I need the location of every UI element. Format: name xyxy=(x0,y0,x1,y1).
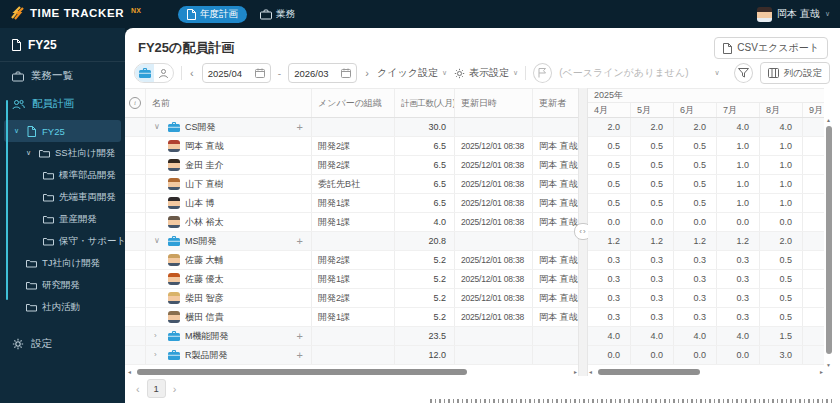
month-cell[interactable]: 2.0 xyxy=(588,118,631,136)
month-cell[interactable]: 0.3 xyxy=(631,308,674,326)
tree-item[interactable]: 保守・サポート xyxy=(0,230,125,252)
month-cell[interactable]: 0.3 xyxy=(674,289,717,307)
scroll-up-icon[interactable]: ▲ xyxy=(826,117,831,123)
month-cell[interactable]: 1.5 xyxy=(760,327,803,345)
scroll-left-icon[interactable]: ◄ xyxy=(588,369,593,375)
vertical-scrollbar[interactable]: ▲ ▼ xyxy=(825,117,833,368)
month-cell[interactable]: 4.0 xyxy=(717,118,760,136)
group-row[interactable]: ∨MS開発+20.8 xyxy=(125,232,578,251)
column-header-updated[interactable]: 更新日時 xyxy=(455,89,533,117)
tree-item[interactable]: 標準部品開発 xyxy=(0,164,125,186)
month-cell[interactable]: 1.0 xyxy=(760,175,803,193)
month-cell[interactable] xyxy=(803,156,824,174)
month-cell[interactable] xyxy=(803,289,824,307)
month-cell[interactable]: 1.0 xyxy=(760,137,803,155)
scroll-left-icon[interactable]: ◄ xyxy=(127,369,132,375)
month-cell[interactable]: 4.0 xyxy=(674,327,717,345)
member-row[interactable]: 山本 博開発1課6.52025/12/01 08:38岡本 直哉 xyxy=(125,194,578,213)
month-cell[interactable]: 4.0 xyxy=(760,118,803,136)
month-cell[interactable]: 0.5 xyxy=(760,289,803,307)
month-cell[interactable]: 0.5 xyxy=(631,156,674,174)
add-member-button[interactable]: + xyxy=(297,118,311,136)
tree-item-active[interactable]: ∨FY25 xyxy=(4,120,121,142)
horizontal-scroll-thumb[interactable] xyxy=(598,369,700,375)
view-mode-toggle[interactable] xyxy=(134,63,174,83)
months-horizontal-scrollbar[interactable]: ◄ ► xyxy=(588,368,824,376)
tree-item[interactable]: TJ社向け開発 xyxy=(0,252,125,274)
month-cell[interactable] xyxy=(803,346,824,364)
month-cell[interactable]: 0.0 xyxy=(717,213,760,231)
member-view-button[interactable] xyxy=(154,64,173,82)
month-cell[interactable] xyxy=(803,194,824,212)
member-row[interactable]: 小林 裕太開発1課4.02025/12/01 08:38岡本 直哉 xyxy=(125,213,578,232)
month-cell[interactable] xyxy=(803,137,824,155)
page-next-button[interactable]: › xyxy=(173,383,177,395)
month-cell[interactable]: 0.3 xyxy=(717,308,760,326)
month-cell[interactable]: 0.3 xyxy=(588,270,631,288)
add-member-button[interactable]: + xyxy=(297,232,311,250)
month-cell[interactable] xyxy=(803,327,824,345)
month-cell[interactable]: 0.5 xyxy=(588,137,631,155)
month-cell[interactable]: 1.0 xyxy=(717,194,760,212)
month-cell[interactable] xyxy=(803,175,824,193)
month-cell[interactable]: 1.0 xyxy=(760,194,803,212)
month-cell[interactable]: 0.3 xyxy=(717,289,760,307)
month-cell[interactable]: 0.0 xyxy=(760,213,803,231)
filter-button[interactable] xyxy=(734,63,753,83)
month-cell[interactable]: 0.5 xyxy=(674,175,717,193)
page-prev-button[interactable]: ‹ xyxy=(136,383,140,395)
month-cell[interactable]: 0.3 xyxy=(631,251,674,269)
group-row[interactable]: ›M機能開発+23.5 xyxy=(125,327,578,346)
month-cell[interactable]: 0.3 xyxy=(717,251,760,269)
scroll-down-icon[interactable]: ▼ xyxy=(826,362,831,368)
month-cell[interactable]: 4.0 xyxy=(717,327,760,345)
baseline-flag-icon[interactable] xyxy=(533,63,552,83)
display-settings-dropdown[interactable]: 表示設定 ∨ xyxy=(454,66,518,80)
sidebar-item-assignment-plan[interactable]: 配員計画 xyxy=(0,90,125,118)
date-to-input[interactable]: 2026/03 xyxy=(288,63,357,83)
member-row[interactable]: 佐藤 優太開発1課5.22025/12/01 08:38岡本 直哉 xyxy=(125,270,578,289)
chevron-down-icon[interactable]: ∨ xyxy=(14,127,22,135)
month-cell[interactable]: 0.5 xyxy=(674,194,717,212)
panel-splitter[interactable]: ‹› xyxy=(578,88,588,376)
month-cell[interactable] xyxy=(803,232,824,250)
month-cell[interactable]: 4.0 xyxy=(631,327,674,345)
tree-item[interactable]: 社内活動 xyxy=(0,296,125,318)
horizontal-scroll-thumb[interactable] xyxy=(137,369,467,375)
month-cell[interactable]: 0.3 xyxy=(588,308,631,326)
sidebar-item-settings[interactable]: 設定 xyxy=(0,330,125,358)
month-cell[interactable]: 0.5 xyxy=(631,194,674,212)
month-cell[interactable]: 0.5 xyxy=(588,156,631,174)
month-cell[interactable]: 1.0 xyxy=(717,175,760,193)
month-cell[interactable]: 0.3 xyxy=(674,251,717,269)
month-cell[interactable]: 2.0 xyxy=(674,118,717,136)
nav-annual-plan-button[interactable]: 年度計画 xyxy=(178,6,247,23)
member-row[interactable]: 佐藤 大輔開発2課5.22025/12/01 08:38岡本 直哉 xyxy=(125,251,578,270)
month-cell[interactable]: 0.0 xyxy=(588,346,631,364)
add-member-button[interactable]: + xyxy=(297,346,311,364)
member-row[interactable]: 岡本 直哉開発2課6.52025/12/01 08:38岡本 直哉 xyxy=(125,137,578,156)
month-cell[interactable]: 0.5 xyxy=(760,251,803,269)
month-cell[interactable]: 0.0 xyxy=(674,213,717,231)
month-cell[interactable]: 0.0 xyxy=(674,346,717,364)
month-cell[interactable]: 0.5 xyxy=(674,137,717,155)
info-icon[interactable]: i xyxy=(125,89,146,117)
month-cell[interactable]: 0.3 xyxy=(674,308,717,326)
month-cell[interactable]: 3.0 xyxy=(760,346,803,364)
month-cell[interactable]: 0.5 xyxy=(674,156,717,174)
month-cell[interactable] xyxy=(803,251,824,269)
month-cell[interactable]: 1.2 xyxy=(631,232,674,250)
user-menu[interactable]: 岡本 直哉 ∨ xyxy=(757,0,830,28)
month-cell[interactable]: 0.3 xyxy=(717,270,760,288)
next-period-button[interactable]: › xyxy=(364,67,370,79)
add-member-button[interactable]: + xyxy=(297,327,311,345)
column-header-org[interactable]: メンバーの組織 xyxy=(312,89,395,117)
scroll-right-icon[interactable]: ► xyxy=(819,369,824,375)
month-cell[interactable]: 4.0 xyxy=(588,327,631,345)
month-cell[interactable]: 0.5 xyxy=(760,270,803,288)
page-number[interactable]: 1 xyxy=(147,379,166,398)
month-cell[interactable]: 0.3 xyxy=(631,289,674,307)
month-cell[interactable]: 0.0 xyxy=(631,213,674,231)
row-expand-chevron[interactable]: ∨ xyxy=(154,118,163,136)
month-cell[interactable] xyxy=(803,118,824,136)
